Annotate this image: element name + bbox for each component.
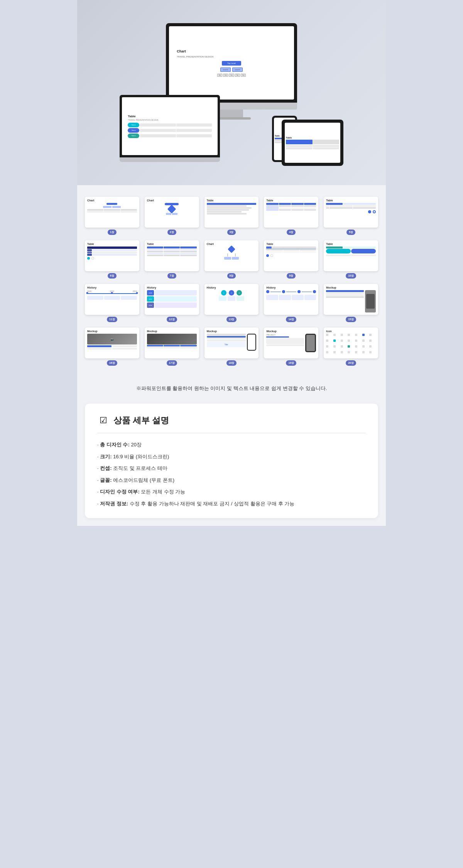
info-label-5: 저작권 정보: [100,501,128,507]
slide-number-19: 19장 [286,360,296,366]
info-item-1: 크기: 16:9 비율 (와이드스크린) [97,453,366,461]
check-icon: ☑ [97,414,110,427]
slide-number-4: 4장 [287,230,296,235]
slide-thumb-17: Mockup [145,328,199,358]
info-item-3: 글꼴: 에스코어드림체 (무료 폰트) [97,476,366,484]
slide-number-5: 5장 [346,230,355,235]
info-value-4: 모든 개체 수정 가능 [141,489,185,495]
slide-thumb-16: Mockup 📷 [85,328,139,358]
slide-item-12[interactable]: History 2020 2022 [145,284,199,322]
slide-number-8: 8장 [227,273,236,279]
slide-item-19[interactable]: Mockup PROJECT 19장 [264,328,318,366]
slide-item-10[interactable]: Table 10장 [324,240,378,279]
info-item-2: 컨셉: 조직도 및 프로세스 테마 [97,464,366,472]
laptop-screen: Table TRAVEL PRESENTATION DESIGN Name [122,97,218,155]
slide-number-16: 16장 [107,360,117,366]
slide-thumb-1: Chart [85,197,139,228]
slide-item-16[interactable]: Mockup 📷 1 [85,328,139,366]
info-label-2: 컨셉: [100,465,112,471]
info-note: ※파워포인트를 활용하여 원하는 이미지 및 텍스트 내용으로 쉽게 변경할 수… [85,381,378,396]
slide-thumb-3: Table [204,197,259,228]
slide-thumb-15: Mockup [324,284,378,315]
slide-title-18: Mockup [207,330,257,333]
slide-thumb-18: Mockup Title [204,328,259,358]
info-item-5: 저작권 정보: 수정 후 활용 가능하나 재판매 및 재배포 금지 / 상업적 … [97,500,366,508]
hero-section: Chart TRAVEL PRESENTATION DESIGN Top Lev… [77,0,386,185]
slide-thumb-6: Table [85,240,139,271]
slide-number-20: 20장 [346,360,356,366]
slide-item-13[interactable]: History 1 2 3 [204,284,259,322]
slide-title-13: History [207,286,257,289]
slide-thumb-10: Table [324,240,378,271]
laptop: Table TRAVEL PRESENTATION DESIGN Name [120,95,220,162]
slide-item-17[interactable]: Mockup 17장 [145,328,199,366]
slide-title-11: History [87,286,137,289]
slide-number-3: 3장 [227,230,236,235]
info-value-5: 수정 후 활용 가능하나 재판매 및 재배포 금지 / 상업적 활용은 구매 후… [130,501,295,507]
info-card-title: ☑ 상품 세부 설명 [97,414,366,433]
slide-title-16: Mockup [87,330,137,333]
slide-thumb-12: History 2020 2022 [145,284,199,315]
slide-item-3[interactable]: Table 3장 [204,197,259,235]
slide-thumb-20: Icon [324,328,378,358]
slide-item-4[interactable]: Table [264,197,318,235]
slides-grid: Chart [85,197,378,366]
slide-item-11[interactable]: History 2020 2022 2024 [85,284,139,322]
info-value-2: 조직도 및 프로세스 테마 [113,465,167,471]
slides-section: Chart [77,185,386,377]
slide-number-17: 17장 [167,360,177,366]
slide-thumb-13: History 1 2 3 [204,284,259,315]
slide-number-12: 12장 [167,317,177,322]
info-card: ☑ 상품 세부 설명 총 디자인 수: 20장 크기: 16:9 비율 (와이드… [85,404,378,518]
slide-number-18: 18장 [226,360,237,366]
slide-number-2: 2장 [167,230,176,235]
info-label-1: 크기: [100,454,112,459]
slide-item-6[interactable]: Table [85,240,139,279]
slide-item-18[interactable]: Mockup Title [204,328,259,366]
slide-title-8: Chart [207,243,257,245]
devices-container: Chart TRAVEL PRESENTATION DESIGN Top Lev… [120,23,343,170]
slide-thumb-9: Table [264,240,318,271]
info-item-4: 디자인 수정 여부: 모든 개체 수정 가능 [97,488,366,496]
slide-number-14: 14장 [286,317,296,322]
slide-title-3: Table [207,199,257,202]
monitor-screen: Chart TRAVEL PRESENTATION DESIGN Top Lev… [169,26,294,100]
slide-title-6: Table [87,243,137,245]
slide-title-20: Icon [326,330,376,333]
slide-item-14[interactable]: History [264,284,318,322]
slide-thumb-2: Chart [145,197,199,228]
slide-title-15: Mockup [326,286,376,289]
slide-title-14: History [266,286,316,289]
info-label-0: 총 디자인 수: [100,442,130,448]
info-card-title-text: 상품 세부 설명 [113,415,169,426]
slide-title-2: Chart [147,199,197,202]
slide-item-8[interactable]: Chart 8장 [204,240,259,279]
info-list: 총 디자인 수: 20장 크기: 16:9 비율 (와이드스크린) 컨셉: 조직… [97,441,366,507]
tablet-screen: Table [285,123,340,163]
slide-title-1: Chart [87,199,137,202]
slide-number-1: 1장 [108,230,117,235]
info-section: ※파워포인트를 활용하여 원하는 이미지 및 텍스트 내용으로 쉽게 변경할 수… [77,377,386,526]
slide-number-6: 6장 [108,273,117,279]
slide-thumb-4: Table [264,197,318,228]
slide-thumb-11: History 2020 2022 2024 [85,284,139,315]
slide-number-10: 10장 [346,273,356,279]
info-value-0: 20장 [131,442,141,448]
slide-title-19: Mockup [266,330,316,333]
slide-item-9[interactable]: Table [264,240,318,279]
info-value-1: 16:9 비율 (와이드스크린) [113,454,169,459]
slide-item-15[interactable]: Mockup 15장 [324,284,378,322]
slide-title-4: Table [266,199,316,202]
slide-item-20[interactable]: Icon [324,328,378,366]
slide-thumb-7: Table [145,240,199,271]
slide-item-2[interactable]: Chart 2장 [145,197,199,235]
info-item-0: 총 디자인 수: 20장 [97,441,366,449]
slide-number-7: 7장 [167,273,176,279]
slide-number-9: 9장 [287,273,296,279]
slide-item-7[interactable]: Table [145,240,199,279]
slide-title-9: Table [266,243,316,245]
slide-item-1[interactable]: Chart [85,197,139,235]
slide-item-5[interactable]: Table [324,197,378,235]
info-label-3: 글꼴: [100,477,112,483]
slide-title-17: Mockup [147,330,197,333]
